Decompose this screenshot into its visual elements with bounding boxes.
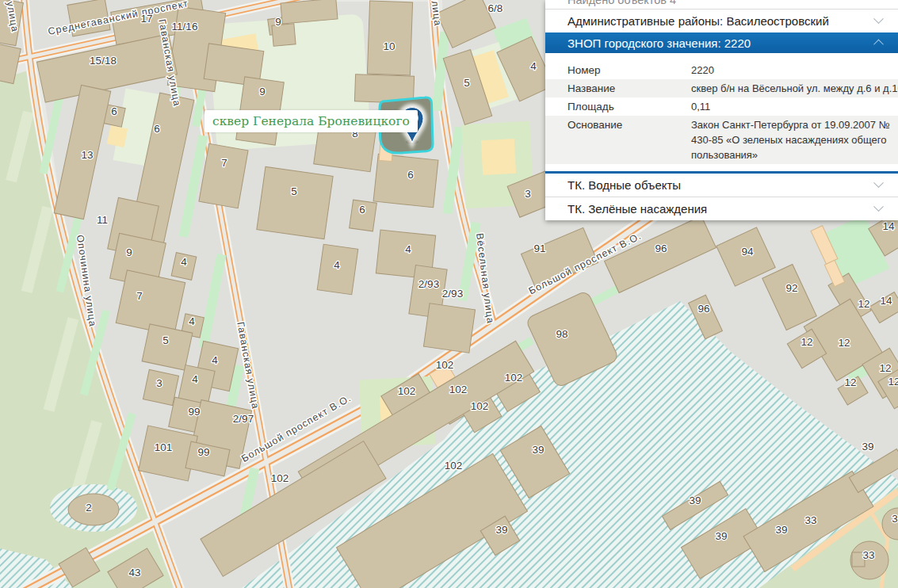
row-value: 2220 xyxy=(691,63,893,78)
building-number-label: 4 xyxy=(192,373,198,385)
building-number-label: 5 xyxy=(464,77,470,89)
building-number-label: 102 xyxy=(398,385,416,397)
building-number-label: 12 xyxy=(879,362,891,374)
building-number-label: 17 xyxy=(140,13,152,25)
building-number-label: 7 xyxy=(221,157,227,169)
building-number-label: 14 xyxy=(882,220,895,232)
building-number-label: 39 xyxy=(495,524,507,536)
building-number-label: 9 xyxy=(275,16,281,28)
row-value: сквер б/н на Вёсельной ул. между д.6 и д… xyxy=(691,81,893,96)
building-number-label: 92 xyxy=(785,282,797,294)
building-number-label: 102 xyxy=(436,359,454,371)
row-label: Название xyxy=(567,81,691,96)
building-number-label: 4 xyxy=(334,259,340,271)
building-number-label: 102 xyxy=(471,400,489,412)
building-number-label: 6/8 xyxy=(488,2,503,14)
table-row: Номер 2220 xyxy=(545,61,898,79)
building-number-label: 4 xyxy=(189,315,195,327)
building-number-label: 94 xyxy=(741,246,754,258)
building-number-label: 6 xyxy=(111,105,117,117)
building-number-label: 101 xyxy=(155,441,173,453)
building-number-label: 3 xyxy=(156,377,162,389)
building-number-label: 33 xyxy=(862,549,874,561)
building-number-label: 96 xyxy=(697,303,709,315)
section-znop[interactable]: ЗНОП городского значения: 2220 xyxy=(545,32,898,53)
building-number-label: 13 xyxy=(81,149,93,161)
row-label: Номер xyxy=(567,63,691,78)
section-admin-districts[interactable]: Административные районы: Василеостровски… xyxy=(545,10,898,32)
building-number-label: 102 xyxy=(505,372,523,384)
building-number-label: 12 xyxy=(858,298,869,310)
table-row: Площадь 0,11 xyxy=(545,97,898,116)
building-number-label: 99 xyxy=(197,446,209,458)
building-number-label: 91 xyxy=(533,242,545,254)
building-number-label: 39 xyxy=(532,444,544,456)
chevron-down-icon xyxy=(873,178,884,188)
building-number-label: 12 xyxy=(888,376,898,388)
row-label: Основание xyxy=(567,117,691,162)
row-label: Площадь xyxy=(567,99,691,114)
building-number-label: 6 xyxy=(154,123,160,135)
building-number-label: 12 xyxy=(838,337,850,349)
building-number-label: 14 xyxy=(880,295,892,307)
building-number-label: 11 xyxy=(97,214,108,226)
building-number-label: 12 xyxy=(844,376,856,388)
building-number-label: 102 xyxy=(445,460,463,472)
building-number-label: 9 xyxy=(126,246,132,258)
selected-object-label: сквер Генерала Броневицкого xyxy=(204,110,418,132)
building-number-label: 2/93 xyxy=(442,288,463,300)
gis-app-window: Среднегаванский проспектГаванская улицаГ… xyxy=(0,0,898,588)
chevron-down-icon xyxy=(873,13,884,24)
building-number-label: 9 xyxy=(259,86,266,97)
table-row: Основание Закон Санкт-Петербурга от 19.0… xyxy=(545,116,898,164)
building-number-label: 5 xyxy=(291,185,297,197)
building-number-label: 2/97 xyxy=(233,413,254,425)
chevron-up-icon xyxy=(873,39,884,49)
building-number-label: 15/18 xyxy=(90,55,117,67)
building-number-label: 5 xyxy=(162,334,169,346)
building-number-label: 99 xyxy=(188,406,200,418)
building-number-label: 6 xyxy=(407,169,414,181)
section-title: ТК. Зелёные насаждения xyxy=(567,202,707,216)
building-number-label: 33 xyxy=(804,514,816,526)
section-title: ТК. Водные объекты xyxy=(567,178,681,192)
building-number-label: 3 xyxy=(892,513,898,525)
section-title: Административные районы: Василеостровски… xyxy=(567,14,829,28)
building-number-label: 6 xyxy=(359,204,365,216)
building-number-label: 39 xyxy=(775,524,787,536)
building-number-label: 2 xyxy=(86,502,92,514)
building-number-label: 102 xyxy=(271,472,289,484)
building-number-label: 39 xyxy=(862,441,873,452)
chevron-down-icon xyxy=(873,201,884,212)
row-value: 0,11 xyxy=(691,99,893,114)
building-number-label: 10 xyxy=(383,40,395,52)
results-panel: Найдено объектов 4 Административные райо… xyxy=(545,0,898,220)
building-number-label: 4 xyxy=(212,354,218,366)
results-count: Найдено объектов 4 xyxy=(545,0,898,9)
section-green-plantings[interactable]: ТК. Зелёные насаждения xyxy=(545,197,898,220)
building-number-label: 4 xyxy=(405,243,411,255)
details-table: Номер 2220 Название сквер б/н на Вёсельн… xyxy=(545,53,898,167)
section-water-objects[interactable]: ТК. Водные объекты xyxy=(545,174,898,197)
section-title: ЗНОП городского значения: 2220 xyxy=(567,36,751,50)
building-number-label: 39 xyxy=(715,530,727,542)
building-number-label: 43 xyxy=(128,567,140,578)
building-number-label: 4 xyxy=(530,60,537,72)
building-number-label: 3 xyxy=(525,188,531,200)
building-number-label: 39 xyxy=(689,494,701,506)
building-number-label: 2/93 xyxy=(418,278,439,290)
building-number-label: 102 xyxy=(449,384,468,395)
table-row: Название сквер б/н на Вёсельной ул. межд… xyxy=(545,79,898,97)
row-value: Закон Санкт-Петербурга от 19.09.2007 № 4… xyxy=(691,117,893,162)
building-number-label: 96 xyxy=(655,242,667,254)
building-number-label: 12 xyxy=(801,336,812,348)
building-number-label: 98 xyxy=(556,328,567,340)
building-number-label: 11/16 xyxy=(172,21,198,32)
building-number-label: 7 xyxy=(136,290,143,302)
building-number-label: 4 xyxy=(181,256,187,268)
